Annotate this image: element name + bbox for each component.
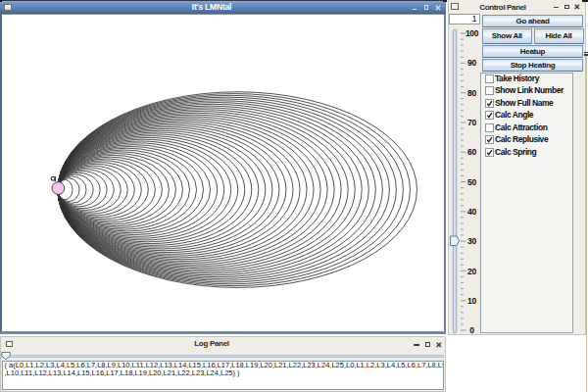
svg-text:40: 40 xyxy=(467,207,476,217)
svg-text:20: 20 xyxy=(467,267,476,276)
svg-text:50: 50 xyxy=(467,177,476,187)
svg-text:10: 10 xyxy=(467,296,476,306)
svg-text:80: 80 xyxy=(467,88,476,98)
svg-text:60: 60 xyxy=(467,147,476,157)
svg-text:90: 90 xyxy=(467,58,476,68)
svg-text:0: 0 xyxy=(469,325,474,335)
svg-text:30: 30 xyxy=(467,236,476,246)
svg-text:100: 100 xyxy=(466,28,479,38)
svg-text:70: 70 xyxy=(467,118,476,127)
